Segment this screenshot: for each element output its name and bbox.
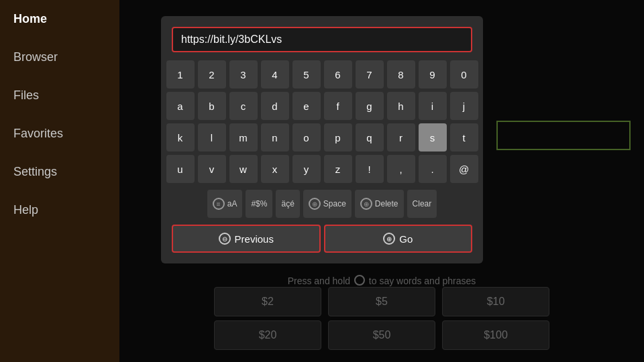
key-exclaim[interactable]: ! (356, 155, 384, 183)
go-icon: ⊕ (383, 233, 395, 245)
key-u[interactable]: u (166, 155, 195, 183)
url-input-container (172, 27, 472, 52)
key-v[interactable]: v (198, 155, 226, 183)
key-d[interactable]: d (261, 92, 289, 120)
key-h[interactable]: h (387, 92, 415, 120)
key-o[interactable]: o (292, 123, 321, 152)
key-b[interactable]: b (198, 92, 226, 120)
previous-button[interactable]: ⊖ Previous (172, 225, 321, 253)
key-y[interactable]: y (292, 155, 321, 183)
key-3[interactable]: 3 (229, 60, 258, 88)
key-at[interactable]: @ (450, 155, 478, 183)
key-c[interactable]: c (229, 92, 258, 120)
key-case-toggle[interactable]: ≡ aA (207, 190, 243, 218)
key-8[interactable]: 8 (387, 60, 415, 88)
sidebar: Home Browser Files Favorites Settings He… (0, 0, 119, 362)
key-4[interactable]: 4 (261, 60, 289, 88)
key-2[interactable]: 2 (198, 60, 226, 88)
key-a[interactable]: a (166, 92, 195, 120)
key-9[interactable]: 9 (419, 60, 447, 88)
key-k[interactable]: k (166, 123, 195, 152)
key-r[interactable]: r (387, 123, 415, 152)
sidebar-item-browser[interactable]: Browser (0, 38, 119, 76)
key-e[interactable]: e (292, 92, 321, 120)
space-icon: ⊕ (309, 198, 321, 210)
key-clear[interactable]: Clear (407, 190, 437, 218)
key-j[interactable]: j (450, 92, 478, 120)
keyboard-dialog: 1 2 3 4 5 6 7 8 9 0 a b c d e f g h i j … (161, 16, 483, 263)
key-row-a-j: a b c d e f g h i j (172, 92, 472, 120)
keyboard-grid: 1 2 3 4 5 6 7 8 9 0 a b c d e f g h i j … (172, 60, 472, 253)
sidebar-item-files[interactable]: Files (0, 76, 119, 115)
delete-icon: ⊕ (360, 198, 372, 210)
key-row-u-at: u v w x y z ! , . @ (172, 155, 472, 183)
key-0[interactable]: 0 (450, 60, 478, 88)
sidebar-item-help[interactable]: Help (0, 191, 119, 229)
key-comma[interactable]: , (387, 155, 415, 183)
key-7[interactable]: 7 (356, 60, 384, 88)
key-period[interactable]: . (419, 155, 447, 183)
key-row-k-t: k l m n o p q r s t (172, 123, 472, 152)
sidebar-item-home[interactable]: Home (0, 0, 119, 38)
go-button[interactable]: ⊕ Go (324, 225, 473, 253)
key-z[interactable]: z (324, 155, 352, 183)
sidebar-item-settings[interactable]: Settings (0, 153, 119, 191)
func-row: ≡ aA #$% äçé ⊕ Space ⊕ Delete Clear (172, 190, 472, 218)
key-delete[interactable]: ⊕ Delete (355, 190, 404, 218)
key-p[interactable]: p (324, 123, 352, 152)
key-m[interactable]: m (229, 123, 258, 152)
key-1[interactable]: 1 (166, 60, 195, 88)
key-l[interactable]: l (198, 123, 226, 152)
key-5[interactable]: 5 (292, 60, 321, 88)
key-space[interactable]: ⊕ Space (303, 190, 352, 218)
key-t[interactable]: t (450, 123, 478, 152)
case-icon: ≡ (213, 198, 225, 210)
key-s[interactable]: s (419, 123, 447, 152)
url-input[interactable] (172, 27, 472, 52)
previous-icon: ⊖ (219, 233, 231, 245)
key-g[interactable]: g (356, 92, 384, 120)
key-f[interactable]: f (324, 92, 352, 120)
key-n[interactable]: n (261, 123, 289, 152)
key-i[interactable]: i (419, 92, 447, 120)
key-row-numbers: 1 2 3 4 5 6 7 8 9 0 (172, 60, 472, 88)
sidebar-item-favorites[interactable]: Favorites (0, 115, 119, 153)
key-symbols[interactable]: #$% (246, 190, 272, 218)
key-accents[interactable]: äçé (276, 190, 299, 218)
key-w[interactable]: w (229, 155, 258, 183)
key-6[interactable]: 6 (324, 60, 352, 88)
nav-row: ⊖ Previous ⊕ Go (172, 225, 472, 253)
key-q[interactable]: q (356, 123, 384, 152)
key-x[interactable]: x (261, 155, 289, 183)
